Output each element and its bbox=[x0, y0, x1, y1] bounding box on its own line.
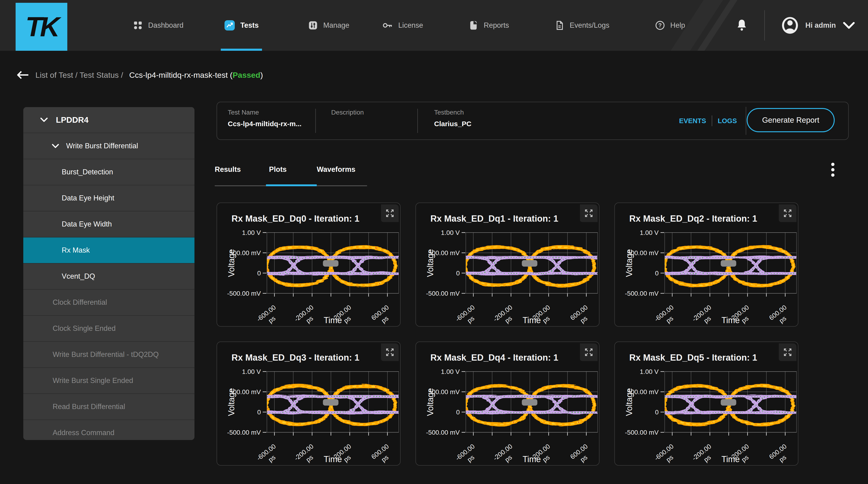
plot-title: Rx Mask_ED_Dq3 - Iteration: 1 bbox=[231, 353, 359, 363]
plot-card-rx-mask-ed-dq2: Rx Mask_ED_Dq2 - Iteration: 1 1.00 V500.… bbox=[614, 202, 798, 327]
y-axis-label: Voltage bbox=[624, 388, 634, 416]
reports-file-icon bbox=[468, 20, 478, 31]
plot-title: Rx Mask_ED_Dq5 - Iteration: 1 bbox=[629, 353, 757, 363]
nav-item-label: License bbox=[398, 21, 423, 30]
sidebar-group-write-burst-differential[interactable]: Write Burst Differential bbox=[23, 133, 194, 159]
svg-text:-200.00ps: -200.00ps bbox=[691, 303, 718, 327]
sidebar-item-label: Rx Mask bbox=[23, 246, 90, 254]
svg-text:-600.00ps: -600.00ps bbox=[653, 303, 680, 327]
plot-title: Rx Mask_ED_Dq2 - Iteration: 1 bbox=[629, 214, 757, 224]
tektronix-logo[interactable]: TK bbox=[16, 3, 67, 51]
expand-plot-button[interactable] bbox=[580, 344, 598, 361]
expand-plot-button[interactable] bbox=[381, 204, 399, 222]
sidebar-item-data-eye-width[interactable]: Data Eye Width bbox=[23, 212, 194, 237]
events-link[interactable]: EVENTS bbox=[679, 117, 706, 125]
svg-text:0: 0 bbox=[655, 409, 659, 416]
status-open-paren: ( bbox=[230, 70, 232, 79]
y-axis-label: Voltage bbox=[624, 249, 634, 277]
plot-card-rx-mask-ed-dq3: Rx Mask_ED_Dq3 - Iteration: 1 1.00 V500.… bbox=[217, 342, 401, 465]
tab-results[interactable]: Results bbox=[215, 165, 241, 174]
test-tree-sidebar: LPDDR4 Write Burst Differential Burst_De… bbox=[23, 107, 194, 440]
x-axis-label: Time bbox=[324, 316, 342, 325]
user-menu-chevron-down-icon[interactable] bbox=[843, 22, 855, 29]
active-tab-underline bbox=[266, 184, 317, 186]
generate-report-button[interactable]: Generate Report bbox=[747, 108, 835, 132]
sidebar-item-label: Read Burst Differential bbox=[23, 402, 125, 411]
nav-item-manage[interactable]: Manage bbox=[308, 0, 349, 51]
nav-item-label: Dashboard bbox=[148, 21, 184, 30]
svg-text:1.00 V: 1.00 V bbox=[242, 229, 261, 236]
field-divider bbox=[315, 109, 316, 133]
field-test-name: Test Name Ccs-lp4-miltidq-rx-m... bbox=[228, 109, 302, 128]
x-axis-label: Time bbox=[523, 316, 541, 325]
svg-text:-200.00ps: -200.00ps bbox=[293, 443, 320, 465]
nav-item-license[interactable]: License bbox=[382, 0, 423, 51]
nav-item-events-logs[interactable]: Events/Logs bbox=[554, 0, 610, 51]
tests-trend-icon bbox=[224, 20, 235, 31]
expand-plot-button[interactable] bbox=[381, 344, 399, 361]
status-close-paren: ) bbox=[260, 70, 263, 79]
sidebar-item-write-burst-single-ended: Write Burst Single Ended bbox=[23, 368, 194, 394]
nav-item-help[interactable]: ? Help bbox=[655, 0, 685, 51]
field-value: Ccs-lp4-miltidq-rx-m... bbox=[228, 120, 302, 128]
sidebar-item-label: Burst_Detection bbox=[23, 168, 113, 176]
sidebar-item-write-burst-differential-tdq2dq: Write Burst Differential - tDQ2DQ bbox=[23, 342, 194, 368]
svg-text:600.00ps: 600.00ps bbox=[768, 443, 793, 465]
svg-text:600.00ps: 600.00ps bbox=[370, 443, 396, 465]
nav-item-reports[interactable]: Reports bbox=[468, 0, 509, 51]
top-nav-bar: TK Dashboard Tests Manage bbox=[0, 0, 868, 51]
field-testbench: Testbench Clarius_PC bbox=[434, 109, 471, 128]
sidebar-item-burst-detection[interactable]: Burst_Detection bbox=[23, 159, 194, 185]
logs-link[interactable]: LOGS bbox=[718, 117, 737, 125]
license-key-icon bbox=[382, 20, 393, 31]
user-greeting: Hi admin bbox=[805, 21, 836, 30]
chevron-down-icon bbox=[40, 118, 48, 122]
x-axis-label: Time bbox=[721, 316, 740, 325]
svg-text:-600.00ps: -600.00ps bbox=[255, 443, 282, 465]
notification-bell-icon[interactable] bbox=[736, 19, 748, 32]
svg-text:0: 0 bbox=[257, 269, 261, 277]
svg-text:-200.00ps: -200.00ps bbox=[691, 443, 718, 465]
dashboard-grid-icon bbox=[133, 20, 143, 31]
svg-text:-200.00ps: -200.00ps bbox=[293, 303, 320, 327]
expand-arrows-icon bbox=[584, 208, 594, 218]
user-avatar[interactable] bbox=[781, 16, 799, 35]
sidebar-item-rx-mask[interactable]: Rx Mask bbox=[23, 237, 194, 263]
more-options-kebab-icon[interactable] bbox=[828, 162, 837, 178]
svg-text:-600.00ps: -600.00ps bbox=[255, 303, 282, 327]
svg-text:1.00 V: 1.00 V bbox=[640, 368, 659, 375]
breadcrumb-trail[interactable]: List of Test / Test Status / bbox=[35, 70, 123, 79]
sidebar-item-label: Write Burst Single Ended bbox=[23, 377, 133, 385]
svg-text:0: 0 bbox=[456, 269, 460, 277]
test-summary-card: Test Name Ccs-lp4-miltidq-rx-m... Descri… bbox=[217, 102, 849, 140]
back-arrow-icon[interactable] bbox=[16, 70, 29, 80]
active-nav-underline bbox=[221, 49, 262, 51]
svg-text:1.00 V: 1.00 V bbox=[441, 229, 460, 236]
expand-plot-button[interactable] bbox=[580, 204, 598, 222]
plot-card-rx-mask-ed-dq5: Rx Mask_ED_Dq5 - Iteration: 1 1.00 V500.… bbox=[614, 342, 798, 465]
sidebar-item-clock-single-ended: Clock Single Ended bbox=[23, 316, 194, 342]
expand-plot-button[interactable] bbox=[779, 204, 797, 222]
nav-item-tests[interactable]: Tests bbox=[224, 0, 259, 51]
expand-plot-button[interactable] bbox=[779, 344, 797, 361]
tab-plots[interactable]: Plots bbox=[269, 165, 287, 174]
y-axis-label: Voltage bbox=[426, 249, 435, 277]
manage-sliders-icon bbox=[308, 20, 318, 31]
sidebar-root-lpddr4[interactable]: LPDDR4 bbox=[23, 107, 194, 133]
y-axis-label: Voltage bbox=[227, 249, 236, 277]
svg-text:-500.00 mV: -500.00 mV bbox=[227, 429, 261, 436]
sidebar-group-label: Write Burst Differential bbox=[66, 142, 138, 150]
svg-text:-600.00ps: -600.00ps bbox=[454, 303, 481, 327]
eye-diagram-plot-grid: Rx Mask_ED_Dq0 - Iteration: 1 1.00 V500.… bbox=[217, 202, 798, 465]
breadcrumb: List of Test / Test Status / Ccs-lp4-mil… bbox=[16, 70, 263, 80]
nav-item-dashboard[interactable]: Dashboard bbox=[133, 0, 184, 51]
expand-arrows-icon bbox=[584, 347, 594, 357]
expand-arrows-icon bbox=[385, 208, 395, 218]
y-axis-label: Voltage bbox=[426, 388, 435, 416]
sidebar-item-data-eye-height[interactable]: Data Eye Height bbox=[23, 185, 194, 212]
svg-text:-500.00 mV: -500.00 mV bbox=[625, 290, 659, 297]
chevron-down-icon bbox=[52, 144, 59, 148]
sidebar-item-label: Data Eye Height bbox=[23, 194, 114, 202]
tab-waveforms[interactable]: Waveforms bbox=[317, 165, 355, 174]
sidebar-item-vcent-dq[interactable]: Vcent_DQ bbox=[23, 263, 194, 290]
